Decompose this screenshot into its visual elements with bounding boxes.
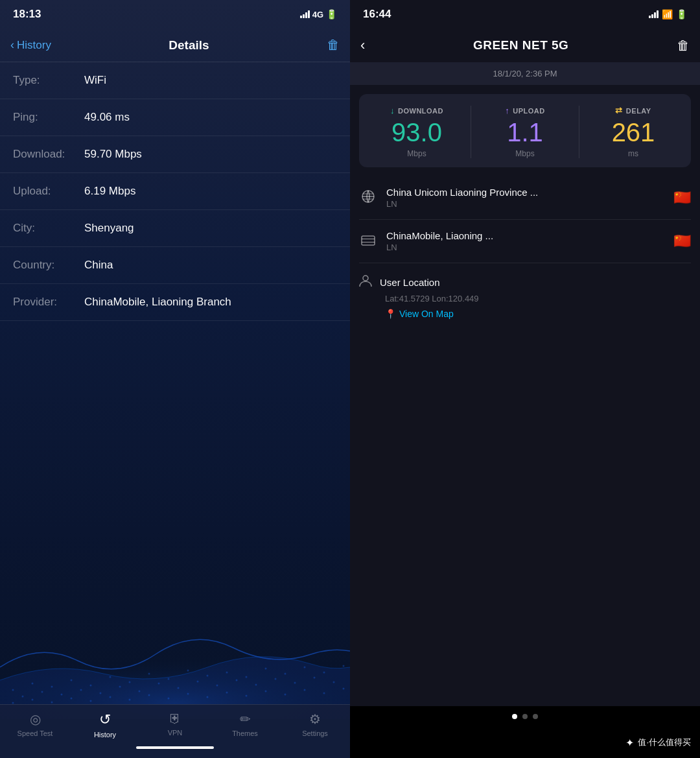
back-button-right[interactable]: ‹ [360,37,365,54]
tab-settings-label: Settings [302,729,328,737]
wifi-icon: 📶 [662,9,673,19]
svg-point-37 [51,702,53,704]
back-button-left[interactable]: ‹ History [10,38,51,52]
svg-point-34 [333,681,335,683]
divider-2 [579,106,579,158]
signal-bar-1 [300,16,302,18]
detail-row-type: Type: WiFi [0,62,350,99]
tab-history[interactable]: ↺ History [79,711,131,739]
speedometer-icon: ◎ [30,711,41,727]
download-unit: Mbps [407,149,426,158]
svg-point-49 [285,694,286,696]
tab-themes-label: Themes [232,729,258,737]
isp2-name: ChinaMobile, Liaoning ... [386,230,664,241]
network-type-left: 4G [312,10,323,19]
svg-point-48 [265,691,267,693]
detail-row-city: City: Shenyang [0,210,350,247]
upload-label: UPLOAD [513,107,544,115]
svg-point-52 [343,688,345,690]
label-upload: Upload: [13,185,84,198]
svg-point-25 [158,683,160,685]
svg-point-19 [41,691,43,693]
svg-point-22 [100,693,102,694]
detail-row-upload: Upload: 6.19 Mbps [0,173,350,210]
time-left: 18:13 [13,8,41,21]
svg-point-16 [323,672,325,674]
label-ping: Ping: [13,111,84,124]
tab-speed-test[interactable]: ◎ Speed Test [9,711,61,737]
delay-unit: ms [628,149,638,158]
svg-point-13 [265,668,267,670]
left-panel: 18:13 4G 🔋 ‹ History Details 🗑 Type: WiF… [0,0,350,758]
svg-point-41 [129,699,131,701]
time-right: 16:44 [363,8,391,21]
svg-point-46 [226,692,228,694]
page-dot-3 [533,714,538,719]
svg-point-28 [216,685,218,687]
status-icons-left: 4G 🔋 [300,9,337,19]
delete-button-right[interactable]: 🗑 [677,38,690,53]
isp1-content: China Unicom Liaoning Province ... LN [386,187,664,209]
signal-bar-r4 [657,10,659,18]
svg-point-7 [148,673,150,675]
download-icon: ↓ [390,106,395,115]
delay-header: ⇄ DELAY [615,106,651,115]
upload-col: ↑ UPLOAD 1.1 Mbps [474,106,576,158]
svg-point-57 [363,276,368,281]
status-bar-left: 18:13 4G 🔋 [0,0,350,29]
right-panel: 16:44 📶 🔋 ‹ GREEN NET 5G 🗑 18/1/20, 2:36… [350,0,700,758]
svg-point-4 [90,685,92,687]
isp2-content: ChinaMobile, Liaoning ... LN [386,230,664,252]
nav-bar-right: ‹ GREEN NET 5G 🗑 [350,29,700,62]
value-country: China [84,259,113,272]
delay-label: DELAY [626,107,651,115]
svg-point-14 [285,673,286,675]
svg-point-0 [12,689,14,691]
svg-point-23 [119,686,121,688]
nav-bar-left: ‹ History Details 🗑 [0,29,350,62]
upload-unit: Mbps [515,149,534,158]
svg-point-27 [197,681,199,683]
watermark: ✦ 值·什么值得买 [625,737,691,749]
value-download: 59.70 Mbps [84,148,142,161]
svg-point-10 [207,675,209,677]
signal-bars-left [300,10,310,18]
page-dot-2 [522,714,528,719]
svg-point-50 [304,689,306,691]
svg-point-31 [275,678,277,680]
watermark-icon: ✦ [625,737,634,749]
page-dot-1 [512,714,517,719]
page-title-right: GREEN NET 5G [473,38,568,53]
page-title-left: Details [169,38,209,53]
svg-point-32 [294,682,296,684]
svg-point-29 [236,680,238,681]
themes-icon: ✏ [240,711,251,727]
tab-themes[interactable]: ✏ Themes [219,711,271,737]
tab-vpn[interactable]: ⛨ VPN [149,711,201,737]
svg-point-24 [139,691,141,693]
svg-point-15 [304,667,306,669]
value-ping: 49.06 ms [84,111,130,124]
svg-point-5 [110,676,111,678]
upload-header: ↑ UPLOAD [505,106,544,115]
history-icon: ↺ [99,711,111,728]
signal-bar-3 [305,12,307,18]
label-city: City: [13,222,84,235]
detail-row-ping: Ping: 49.06 ms [0,99,350,136]
divider-1 [471,106,471,158]
back-label-left: History [17,39,51,52]
delete-button-left[interactable]: 🗑 [327,38,340,53]
svg-point-9 [187,670,189,672]
bottom-bar-right: ✦ 值·什么值得买 [350,727,700,758]
svg-point-8 [168,678,170,680]
tab-settings[interactable]: ⚙ Settings [289,711,341,737]
view-on-map-button[interactable]: 📍 View On Map [385,309,691,319]
svg-point-17 [343,665,345,667]
status-bar-right: 16:44 📶 🔋 [350,0,700,29]
signal-bar-r3 [654,12,656,18]
svg-point-39 [90,700,92,702]
svg-point-47 [246,695,248,697]
svg-point-40 [110,696,111,698]
isp1-sub: LN [386,199,664,209]
svg-point-44 [187,693,189,695]
